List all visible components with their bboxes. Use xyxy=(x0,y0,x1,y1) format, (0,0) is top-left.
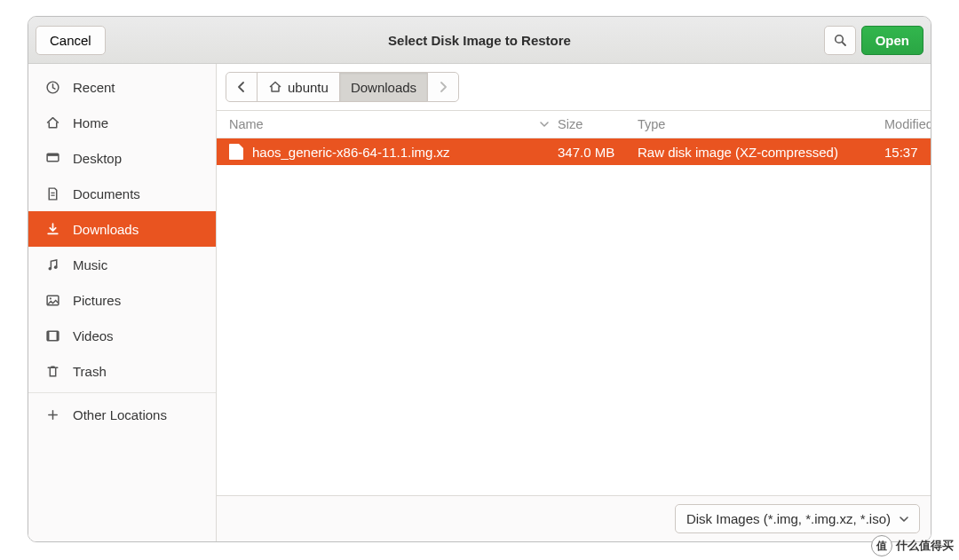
path-segment-label: Downloads xyxy=(351,80,416,95)
open-button[interactable]: Open xyxy=(861,26,923,55)
file-icon xyxy=(229,144,243,160)
sidebar-item-label: Recent xyxy=(73,80,115,95)
column-size: Size xyxy=(558,117,638,131)
svg-rect-13 xyxy=(56,331,58,341)
watermark-text: 什么值得买 xyxy=(896,538,954,554)
column-name: Name xyxy=(229,117,264,131)
svg-rect-4 xyxy=(47,154,59,156)
pictures-icon xyxy=(44,292,60,308)
downloads-icon xyxy=(44,221,60,237)
path-back-button[interactable] xyxy=(226,72,258,102)
file-size: 347.0 MB xyxy=(558,145,638,160)
home-icon xyxy=(268,80,282,94)
sidebar-item-videos[interactable]: Videos xyxy=(28,318,216,353)
svg-point-8 xyxy=(53,265,57,269)
sidebar-item-label: Videos xyxy=(73,328,114,343)
chevron-down-icon xyxy=(900,515,908,524)
chevron-right-icon xyxy=(439,82,448,92)
file-list: Name Size Type Modified haos_generic-x86… xyxy=(217,110,931,495)
sidebar-item-label: Trash xyxy=(73,364,107,379)
column-type: Type xyxy=(638,117,884,131)
footer-bar: Disk Images (*.img, *.img.xz, *.iso) xyxy=(217,495,931,541)
music-icon xyxy=(44,256,60,272)
home-icon xyxy=(44,114,60,130)
path-forward-button[interactable] xyxy=(427,72,459,102)
sidebar-item-desktop[interactable]: Desktop xyxy=(28,140,216,176)
chevron-down-icon xyxy=(540,120,558,129)
sidebar-item-music[interactable]: Music xyxy=(28,247,216,282)
filter-label: Disk Images (*.img, *.img.xz, *.iso) xyxy=(686,511,891,526)
documents-icon xyxy=(44,185,60,201)
column-headers[interactable]: Name Size Type Modified xyxy=(217,111,931,138)
sidebar-item-recent[interactable]: Recent xyxy=(28,69,216,105)
path-bar: ubuntu Downloads xyxy=(217,64,931,110)
search-icon xyxy=(833,33,847,47)
sidebar-item-documents[interactable]: Documents xyxy=(28,176,216,211)
watermark-badge: 值 xyxy=(871,535,892,556)
videos-icon xyxy=(44,327,60,343)
column-modified: Modified xyxy=(884,117,931,131)
sidebar-item-label: Home xyxy=(73,115,108,130)
dialog-title: Select Disk Image to Restore xyxy=(28,33,931,48)
file-chooser-dialog: Cancel Select Disk Image to Restore Open… xyxy=(28,16,931,542)
file-row[interactable]: haos_generic-x86-64-11.1.img.xz 347.0 MB… xyxy=(217,138,931,165)
search-button[interactable] xyxy=(824,26,856,55)
sidebar-item-downloads[interactable]: Downloads xyxy=(28,211,216,247)
header-bar: Cancel Select Disk Image to Restore Open xyxy=(28,17,931,64)
watermark: 值 什么值得买 xyxy=(871,535,954,556)
svg-point-7 xyxy=(48,266,52,270)
sidebar-item-home[interactable]: Home xyxy=(28,105,216,140)
sidebar-item-label: Other Locations xyxy=(73,407,167,422)
filter-combo[interactable]: Disk Images (*.img, *.img.xz, *.iso) xyxy=(675,504,920,533)
places-sidebar: Recent Home Desktop Documents Downloads … xyxy=(28,64,217,541)
sidebar-item-label: Desktop xyxy=(73,151,122,166)
path-segment-home[interactable]: ubuntu xyxy=(257,72,340,102)
svg-point-10 xyxy=(49,297,51,299)
svg-rect-12 xyxy=(47,331,49,341)
sidebar-item-pictures[interactable]: Pictures xyxy=(28,282,216,318)
sidebar-item-label: Music xyxy=(73,257,107,272)
main-pane: ubuntu Downloads Name Size xyxy=(217,64,931,541)
sidebar-item-label: Pictures xyxy=(73,293,121,308)
trash-icon xyxy=(44,363,60,379)
path-segment-label: ubuntu xyxy=(288,80,329,95)
sidebar-item-label: Documents xyxy=(73,186,140,201)
sidebar-item-other-locations[interactable]: Other Locations xyxy=(28,397,216,432)
clock-icon xyxy=(44,79,60,95)
path-segment-current[interactable]: Downloads xyxy=(339,72,428,102)
sidebar-item-trash[interactable]: Trash xyxy=(28,353,216,389)
plus-icon xyxy=(44,406,60,422)
file-modified: 15:37 xyxy=(884,145,922,160)
cancel-button[interactable]: Cancel xyxy=(36,26,106,55)
file-name: haos_generic-x86-64-11.1.img.xz xyxy=(252,145,450,160)
sidebar-item-label: Downloads xyxy=(73,222,139,237)
file-type: Raw disk image (XZ-compressed) xyxy=(638,145,884,160)
chevron-left-icon xyxy=(237,82,246,92)
sidebar-separator xyxy=(28,392,216,393)
desktop-icon xyxy=(44,150,60,166)
svg-line-1 xyxy=(842,42,845,45)
